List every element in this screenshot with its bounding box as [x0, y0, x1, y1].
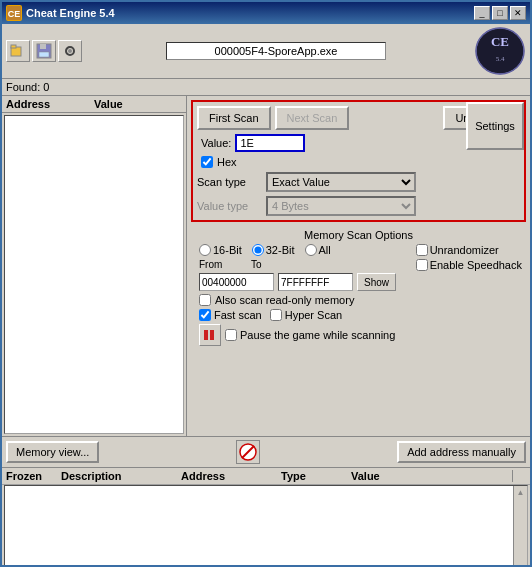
address-table-body: ▲ — [4, 485, 528, 567]
next-scan-button[interactable]: Next Scan — [275, 106, 350, 130]
found-bar: Found: 0 — [2, 79, 530, 96]
svg-point-8 — [68, 49, 72, 53]
svg-rect-5 — [40, 44, 46, 49]
svg-rect-14 — [210, 330, 214, 340]
value-label: Value: — [201, 137, 231, 149]
value-table-col-header: Value — [351, 470, 512, 482]
memory-scan-options: Memory Scan Options 16-Bit 32-Bit All — [191, 225, 526, 350]
memory-view-button[interactable]: Memory view... — [6, 441, 99, 463]
window-title: Cheat Engine 5.4 — [26, 7, 115, 19]
first-scan-button[interactable]: First Scan — [197, 106, 271, 130]
add-address-button[interactable]: Add address manually — [397, 441, 526, 463]
all-radio[interactable] — [305, 244, 317, 256]
save-button[interactable] — [32, 40, 56, 62]
maximize-button[interactable]: □ — [492, 6, 508, 20]
scan-type-select[interactable]: Exact Value — [266, 172, 416, 192]
svg-text:CE: CE — [8, 9, 21, 19]
all-radio-label[interactable]: All — [305, 244, 331, 256]
speedhack-checkbox[interactable] — [416, 259, 428, 271]
value-input[interactable] — [235, 134, 305, 152]
also-scan-checkbox[interactable] — [199, 294, 211, 306]
unrandomizer-checkbox[interactable] — [416, 244, 428, 256]
hex-label: Hex — [217, 156, 237, 168]
bit32-radio-label[interactable]: 32-Bit — [252, 244, 295, 256]
results-list[interactable] — [4, 115, 184, 434]
ce-logo: CE 5.4 — [474, 26, 526, 76]
svg-rect-13 — [204, 330, 208, 340]
hyper-scan-label[interactable]: Hyper Scan — [270, 309, 342, 321]
also-scan-label[interactable]: Also scan read-only memory — [191, 294, 526, 306]
value-type-label: Value type — [197, 200, 262, 212]
scan-type-label: Scan type — [197, 176, 262, 188]
options-right: Unrandomizer Enable Speedhack — [416, 244, 522, 271]
process-input[interactable] — [166, 42, 386, 60]
from-label: From — [199, 259, 227, 270]
pause-icon-button[interactable] — [199, 324, 221, 346]
hex-checkbox[interactable] — [201, 156, 213, 168]
minimize-button[interactable]: _ — [474, 6, 490, 20]
value-col-header: Value — [94, 98, 182, 110]
title-bar: CE Cheat Engine 5.4 _ □ ✕ — [2, 2, 530, 24]
bottom-panel: Memory view... Add address manually Froz… — [2, 436, 530, 567]
app-icon: CE — [6, 5, 22, 21]
fast-scan-checkbox[interactable] — [199, 309, 211, 321]
bit16-radio[interactable] — [199, 244, 211, 256]
fast-scan-label[interactable]: Fast scan — [199, 309, 262, 321]
pause-label[interactable]: Pause the game while scanning — [225, 329, 395, 341]
settings-toolbar-button[interactable] — [58, 40, 82, 62]
pause-checkbox[interactable] — [225, 329, 237, 341]
speedhack-label[interactable]: Enable Speedhack — [416, 259, 522, 271]
stop-button[interactable] — [236, 440, 260, 464]
settings-button[interactable]: Settings — [466, 102, 524, 150]
frozen-col-header: Frozen — [6, 470, 61, 482]
svg-rect-3 — [11, 45, 16, 48]
value-type-select[interactable]: 4 Bytes — [266, 196, 416, 216]
found-count: Found: 0 — [6, 81, 49, 93]
pause-icon — [203, 328, 217, 342]
svg-text:CE: CE — [491, 34, 509, 49]
svg-text:5.4: 5.4 — [496, 55, 505, 63]
close-button[interactable]: ✕ — [510, 6, 526, 20]
svg-rect-6 — [39, 52, 49, 57]
hyper-scan-checkbox[interactable] — [270, 309, 282, 321]
to-input[interactable] — [278, 273, 353, 291]
unrandomizer-label[interactable]: Unrandomizer — [416, 244, 522, 256]
address-table-col-header: Address — [181, 470, 281, 482]
bit16-radio-label[interactable]: 16-Bit — [199, 244, 242, 256]
type-col-header: Type — [281, 470, 351, 482]
bit32-radio[interactable] — [252, 244, 264, 256]
description-col-header: Description — [61, 470, 181, 482]
from-input[interactable] — [199, 273, 274, 291]
stop-icon — [239, 443, 257, 461]
address-col-header: Address — [6, 98, 94, 110]
to-label: To — [251, 259, 275, 270]
scrollbar-up[interactable]: ▲ — [517, 488, 525, 497]
memory-scan-title: Memory Scan Options — [191, 229, 526, 241]
open-button[interactable] — [6, 40, 30, 62]
show-button[interactable]: Show — [357, 273, 396, 291]
